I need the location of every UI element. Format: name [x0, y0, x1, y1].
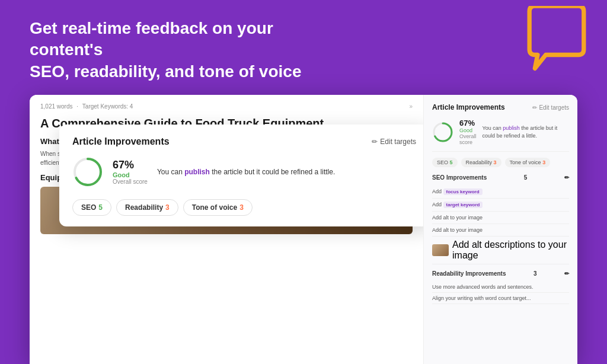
score-good: Good	[113, 171, 148, 178]
publish-link[interactable]: publish	[184, 168, 210, 176]
popup-tabs: SEO 5 Readability 3 Tone of voice 3	[72, 199, 416, 216]
score-sublabel: Overall score	[113, 178, 148, 185]
panel-score-row: 67% Good Overall score You can publish t…	[432, 119, 569, 152]
popup-score-row: 67% Good Overall score You can publish t…	[72, 157, 416, 187]
headline-line1: Get real-time feedback on your content's	[30, 19, 273, 59]
panel-score-sub: Overall score	[459, 133, 477, 145]
improvement-item-3: Add alt to your image	[432, 212, 569, 224]
seo-section-label: SEO Improvements 5 ✏	[432, 174, 569, 181]
panel-sub-tabs: SEO 5 Readability 3 Tone of voice 3	[432, 158, 569, 167]
readability-section-label: Readability Improvements 3 ✏	[432, 270, 569, 277]
panel-title: Article Improvements	[432, 103, 505, 111]
meta-keywords: Target Keywords: 4	[82, 103, 133, 110]
score-description: You can publish the article but it could…	[157, 167, 335, 177]
readability-section: Readability Improvements 3 ✏ Use more ad…	[432, 270, 569, 304]
panel-score-text: 67% Good Overall score	[459, 119, 477, 145]
panel-pencil-icon: ✏	[532, 104, 537, 111]
edit-targets-label: Edit targets	[380, 138, 416, 146]
improvement-item-1: Add focus keyword	[432, 186, 569, 199]
panel-circle	[432, 122, 453, 143]
expand-icon[interactable]: »	[409, 103, 413, 110]
panel-header: Article Improvements ✏ Edit targets	[432, 103, 569, 111]
panel-score-good: Good	[459, 127, 477, 133]
improvement-item-2: Add target keyword	[432, 199, 569, 212]
edit-targets-button[interactable]: ✏ Edit targets	[372, 138, 416, 146]
panel-score-pct: 67%	[459, 119, 477, 127]
editor-panel: 1,021 words · Target Keywords: 4 » A Com…	[30, 95, 423, 364]
panel-tab-readability[interactable]: Readability 3	[461, 158, 501, 167]
panel-publish-link[interactable]: publish	[503, 125, 520, 131]
popup-title: Article Improvements	[72, 136, 170, 147]
score-label: 67% Good Overall score	[113, 159, 148, 185]
improvement-item-4: Add alt to your image	[432, 224, 569, 237]
seo-edit-icon[interactable]: ✏	[564, 174, 569, 181]
popup-header: Article Improvements ✏ Edit targets	[72, 136, 416, 147]
readability-edit-icon[interactable]: ✏	[564, 270, 569, 277]
tov-count: 3	[239, 203, 244, 212]
editor-meta: 1,021 words · Target Keywords: 4 »	[40, 103, 413, 110]
improvements-panel: Article Improvements ✏ Edit targets 67% …	[423, 95, 577, 364]
image-improvement-item: Add alt descriptions to your image	[432, 237, 569, 264]
panel-desc: You can publish the article but it could…	[483, 124, 569, 139]
readability-count: 3	[165, 203, 170, 212]
circle-score	[72, 157, 103, 187]
panel-tab-tov[interactable]: Tone of voice 3	[505, 158, 551, 167]
headline-line2: SEO, readability, and tone of voice	[30, 62, 301, 81]
score-percent: 67%	[113, 159, 148, 171]
panel-edit-targets[interactable]: ✏ Edit targets	[532, 104, 569, 111]
article-improvements-popup: Article Improvements ✏ Edit targets 67% …	[59, 124, 423, 226]
main-card: 1,021 words · Target Keywords: 4 » A Com…	[30, 95, 577, 364]
meta-words: 1,021 words	[40, 103, 72, 110]
image-thumbnail	[432, 244, 449, 256]
tab-seo[interactable]: SEO 5	[72, 199, 111, 216]
readability-item-1: Use more advanced words and sentences.	[432, 282, 569, 293]
seo-count: 5	[98, 203, 103, 212]
headline: Get real-time feedback on your content's…	[30, 18, 338, 82]
tab-tone-of-voice[interactable]: Tone of voice 3	[183, 199, 253, 216]
tab-readability[interactable]: Readability 3	[116, 199, 178, 216]
readability-item-2: Align your writing with word count targe…	[432, 293, 569, 304]
speech-bubble-decoration	[524, 6, 589, 71]
panel-tab-seo[interactable]: SEO 5	[432, 158, 458, 167]
pencil-icon: ✏	[372, 138, 378, 146]
